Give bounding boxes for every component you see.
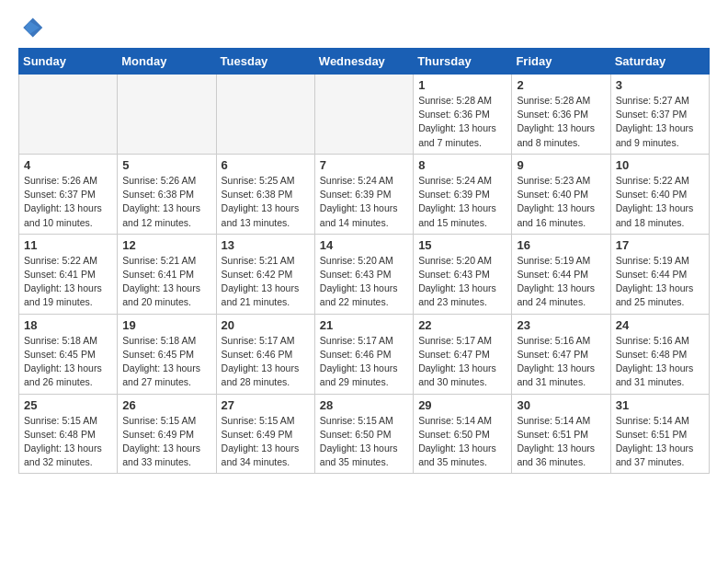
day-info: Sunrise: 5:25 AM Sunset: 6:38 PM Dayligh…: [222, 174, 310, 230]
day-number: 5: [122, 158, 210, 172]
calendar-cell: 4Sunrise: 5:26 AM Sunset: 6:37 PM Daylig…: [19, 154, 118, 234]
calendar-cell: 20Sunrise: 5:17 AM Sunset: 6:46 PM Dayli…: [216, 314, 314, 394]
calendar-week-3: 11Sunrise: 5:22 AM Sunset: 6:41 PM Dayli…: [19, 234, 710, 314]
day-info: Sunrise: 5:26 AM Sunset: 6:38 PM Dayligh…: [122, 174, 210, 230]
calendar-cell: 3Sunrise: 5:27 AM Sunset: 6:37 PM Daylig…: [610, 75, 709, 155]
calendar-header-row: SundayMondayTuesdayWednesdayThursdayFrid…: [19, 49, 710, 75]
header: [18, 15, 710, 40]
day-info: Sunrise: 5:26 AM Sunset: 6:37 PM Dayligh…: [24, 174, 112, 230]
calendar-cell: 2Sunrise: 5:28 AM Sunset: 6:36 PM Daylig…: [512, 75, 610, 155]
calendar-header-friday: Friday: [512, 49, 610, 75]
calendar-cell: 26Sunrise: 5:15 AM Sunset: 6:49 PM Dayli…: [118, 394, 216, 474]
logo-icon: [18, 15, 44, 40]
calendar-header-saturday: Saturday: [610, 49, 709, 75]
day-info: Sunrise: 5:21 AM Sunset: 6:41 PM Dayligh…: [122, 254, 210, 310]
day-info: Sunrise: 5:19 AM Sunset: 6:44 PM Dayligh…: [616, 254, 704, 310]
day-info: Sunrise: 5:16 AM Sunset: 6:48 PM Dayligh…: [616, 334, 704, 390]
calendar-cell: 9Sunrise: 5:23 AM Sunset: 6:40 PM Daylig…: [512, 154, 610, 234]
day-number: 29: [418, 398, 506, 412]
day-info: Sunrise: 5:18 AM Sunset: 6:45 PM Dayligh…: [122, 334, 210, 390]
day-info: Sunrise: 5:27 AM Sunset: 6:37 PM Dayligh…: [616, 94, 704, 150]
calendar-cell: 21Sunrise: 5:17 AM Sunset: 6:46 PM Dayli…: [314, 314, 413, 394]
calendar-cell: 1Sunrise: 5:28 AM Sunset: 6:36 PM Daylig…: [414, 75, 512, 155]
day-number: 12: [122, 238, 210, 252]
day-info: Sunrise: 5:21 AM Sunset: 6:42 PM Dayligh…: [222, 254, 310, 310]
day-number: 18: [24, 318, 112, 332]
day-number: 26: [122, 398, 210, 412]
calendar-cell: 15Sunrise: 5:20 AM Sunset: 6:43 PM Dayli…: [414, 234, 512, 314]
logo: [18, 15, 48, 40]
calendar-week-4: 18Sunrise: 5:18 AM Sunset: 6:45 PM Dayli…: [19, 314, 710, 394]
day-info: Sunrise: 5:17 AM Sunset: 6:47 PM Dayligh…: [418, 334, 506, 390]
day-info: Sunrise: 5:28 AM Sunset: 6:36 PM Dayligh…: [517, 94, 605, 150]
calendar-cell: 27Sunrise: 5:15 AM Sunset: 6:49 PM Dayli…: [216, 394, 314, 474]
day-number: 30: [517, 398, 605, 412]
day-number: 17: [616, 238, 704, 252]
calendar-cell: 18Sunrise: 5:18 AM Sunset: 6:45 PM Dayli…: [19, 314, 118, 394]
day-info: Sunrise: 5:23 AM Sunset: 6:40 PM Dayligh…: [517, 174, 605, 230]
calendar-cell: 19Sunrise: 5:18 AM Sunset: 6:45 PM Dayli…: [118, 314, 216, 394]
calendar-cell: 6Sunrise: 5:25 AM Sunset: 6:38 PM Daylig…: [216, 154, 314, 234]
calendar-cell: 11Sunrise: 5:22 AM Sunset: 6:41 PM Dayli…: [19, 234, 118, 314]
day-info: Sunrise: 5:14 AM Sunset: 6:51 PM Dayligh…: [616, 414, 704, 470]
day-number: 7: [320, 158, 408, 172]
day-number: 20: [222, 318, 310, 332]
calendar-cell: [314, 75, 413, 155]
calendar-cell: 8Sunrise: 5:24 AM Sunset: 6:39 PM Daylig…: [414, 154, 512, 234]
day-info: Sunrise: 5:20 AM Sunset: 6:43 PM Dayligh…: [418, 254, 506, 310]
calendar-cell: 23Sunrise: 5:16 AM Sunset: 6:47 PM Dayli…: [512, 314, 610, 394]
day-number: 14: [320, 238, 408, 252]
calendar-cell: [19, 75, 118, 155]
day-number: 2: [517, 78, 605, 92]
day-info: Sunrise: 5:14 AM Sunset: 6:50 PM Dayligh…: [418, 414, 506, 470]
day-number: 16: [517, 238, 605, 252]
day-number: 28: [320, 398, 408, 412]
calendar-cell: 31Sunrise: 5:14 AM Sunset: 6:51 PM Dayli…: [610, 394, 709, 474]
day-number: 11: [24, 238, 112, 252]
calendar-cell: 10Sunrise: 5:22 AM Sunset: 6:40 PM Dayli…: [610, 154, 709, 234]
day-info: Sunrise: 5:17 AM Sunset: 6:46 PM Dayligh…: [222, 334, 310, 390]
day-number: 6: [222, 158, 310, 172]
calendar-cell: 7Sunrise: 5:24 AM Sunset: 6:39 PM Daylig…: [314, 154, 413, 234]
calendar-header-monday: Monday: [118, 49, 216, 75]
calendar-week-5: 25Sunrise: 5:15 AM Sunset: 6:48 PM Dayli…: [19, 394, 710, 474]
calendar-week-1: 1Sunrise: 5:28 AM Sunset: 6:36 PM Daylig…: [19, 75, 710, 155]
calendar-week-2: 4Sunrise: 5:26 AM Sunset: 6:37 PM Daylig…: [19, 154, 710, 234]
day-number: 22: [418, 318, 506, 332]
calendar-header-thursday: Thursday: [414, 49, 512, 75]
calendar-cell: 16Sunrise: 5:19 AM Sunset: 6:44 PM Dayli…: [512, 234, 610, 314]
day-number: 31: [616, 398, 704, 412]
page: SundayMondayTuesdayWednesdayThursdayFrid…: [0, 0, 728, 488]
day-info: Sunrise: 5:15 AM Sunset: 6:48 PM Dayligh…: [24, 414, 112, 470]
day-number: 9: [517, 158, 605, 172]
day-number: 1: [418, 78, 506, 92]
day-info: Sunrise: 5:15 AM Sunset: 6:49 PM Dayligh…: [222, 414, 310, 470]
calendar-cell: 17Sunrise: 5:19 AM Sunset: 6:44 PM Dayli…: [610, 234, 709, 314]
day-info: Sunrise: 5:16 AM Sunset: 6:47 PM Dayligh…: [517, 334, 605, 390]
day-info: Sunrise: 5:20 AM Sunset: 6:43 PM Dayligh…: [320, 254, 408, 310]
day-number: 13: [222, 238, 310, 252]
day-info: Sunrise: 5:22 AM Sunset: 6:40 PM Dayligh…: [616, 174, 704, 230]
calendar-cell: [118, 75, 216, 155]
day-info: Sunrise: 5:14 AM Sunset: 6:51 PM Dayligh…: [517, 414, 605, 470]
calendar-cell: 13Sunrise: 5:21 AM Sunset: 6:42 PM Dayli…: [216, 234, 314, 314]
calendar-header-wednesday: Wednesday: [314, 49, 413, 75]
calendar-header-tuesday: Tuesday: [216, 49, 314, 75]
day-info: Sunrise: 5:24 AM Sunset: 6:39 PM Dayligh…: [320, 174, 408, 230]
day-number: 4: [24, 158, 112, 172]
calendar-cell: 29Sunrise: 5:14 AM Sunset: 6:50 PM Dayli…: [414, 394, 512, 474]
calendar-header-sunday: Sunday: [19, 49, 118, 75]
calendar-cell: [216, 75, 314, 155]
day-info: Sunrise: 5:15 AM Sunset: 6:49 PM Dayligh…: [122, 414, 210, 470]
calendar-table: SundayMondayTuesdayWednesdayThursdayFrid…: [18, 48, 710, 474]
day-number: 27: [222, 398, 310, 412]
calendar-cell: 24Sunrise: 5:16 AM Sunset: 6:48 PM Dayli…: [610, 314, 709, 394]
day-number: 10: [616, 158, 704, 172]
day-number: 21: [320, 318, 408, 332]
day-info: Sunrise: 5:18 AM Sunset: 6:45 PM Dayligh…: [24, 334, 112, 390]
calendar-cell: 28Sunrise: 5:15 AM Sunset: 6:50 PM Dayli…: [314, 394, 413, 474]
day-info: Sunrise: 5:22 AM Sunset: 6:41 PM Dayligh…: [24, 254, 112, 310]
calendar-cell: 25Sunrise: 5:15 AM Sunset: 6:48 PM Dayli…: [19, 394, 118, 474]
calendar-cell: 30Sunrise: 5:14 AM Sunset: 6:51 PM Dayli…: [512, 394, 610, 474]
calendar-cell: 12Sunrise: 5:21 AM Sunset: 6:41 PM Dayli…: [118, 234, 216, 314]
